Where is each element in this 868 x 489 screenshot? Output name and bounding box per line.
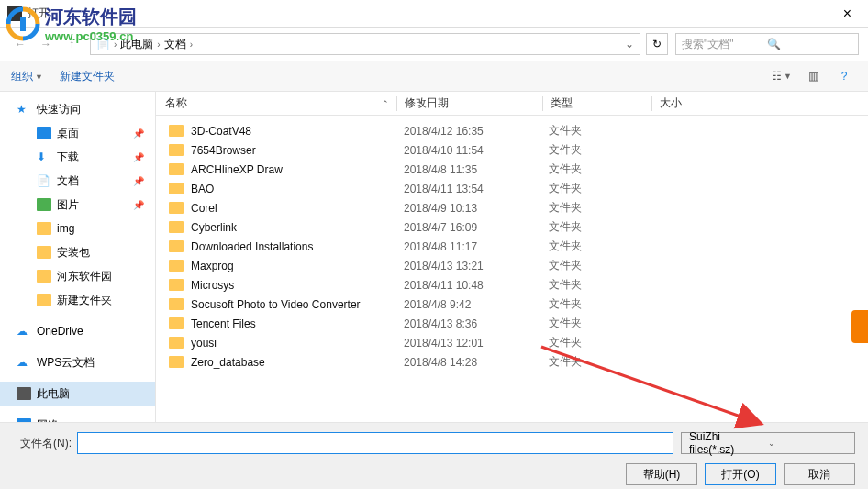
file-type: 文件夹 xyxy=(549,200,650,216)
close-button[interactable]: × xyxy=(827,0,868,28)
organize-button[interactable]: 组织▼ xyxy=(11,69,43,84)
file-list: 3D-CoatV482018/4/12 16:35文件夹7654Browser2… xyxy=(156,116,868,372)
file-name: Cyberlink xyxy=(191,221,404,234)
sidebar-item-folder[interactable]: img xyxy=(0,217,155,240)
file-row[interactable]: Downloaded Installations2018/4/8 11:17文件… xyxy=(156,237,868,256)
help-button[interactable]: 帮助(H) xyxy=(626,463,697,485)
sidebar-item-documents[interactable]: 📄文档📌 xyxy=(0,169,155,193)
folder-icon xyxy=(169,298,184,310)
breadcrumb-dropdown-icon[interactable]: ⌄ xyxy=(625,38,634,50)
folder-icon xyxy=(169,317,184,329)
folder-icon xyxy=(169,163,184,175)
chevron-right-icon: › xyxy=(114,39,117,50)
refresh-button[interactable]: ↻ xyxy=(646,33,668,55)
open-button[interactable]: 打开(O) xyxy=(705,463,776,485)
nav-back-button[interactable]: ← xyxy=(9,33,31,55)
file-date: 2018/4/11 13:54 xyxy=(404,183,549,195)
filename-input[interactable] xyxy=(77,432,673,454)
folder-icon xyxy=(37,246,51,259)
network-icon xyxy=(17,418,31,422)
computer-icon xyxy=(17,387,31,400)
file-date: 2018/4/9 10:13 xyxy=(404,202,549,215)
sidebar-item-desktop[interactable]: 桌面📌 xyxy=(0,121,155,145)
nav-forward-button[interactable]: → xyxy=(35,33,57,55)
file-row[interactable]: Socusoft Photo to Video Converter2018/4/… xyxy=(156,295,868,314)
sidebar-item-folder[interactable]: 新建文件夹 xyxy=(0,288,155,312)
sidebar-item-downloads[interactable]: ⬇下载📌 xyxy=(0,145,155,169)
file-row[interactable]: Tencent Files2018/4/13 8:36文件夹 xyxy=(156,314,868,333)
preview-pane-button[interactable]: ▥ xyxy=(800,66,826,86)
chevron-down-icon: ▼ xyxy=(35,72,43,82)
file-type: 文件夹 xyxy=(549,161,650,177)
search-input[interactable]: 搜索"文档" 🔍 xyxy=(675,33,859,55)
file-row[interactable]: 7654Browser2018/4/10 11:54文件夹 xyxy=(156,140,868,160)
file-name: Socusoft Photo to Video Converter xyxy=(191,298,404,311)
sidebar-this-pc[interactable]: 此电脑 xyxy=(0,382,155,406)
file-name: ARCHlineXP Draw xyxy=(191,163,404,176)
folder-icon xyxy=(37,270,51,283)
file-row[interactable]: Zero_database2018/4/8 14:28文件夹 xyxy=(156,352,868,372)
sidebar-wps[interactable]: ☁WPS云文档 xyxy=(0,350,155,374)
pictures-icon xyxy=(37,198,51,211)
folder-icon xyxy=(37,294,51,306)
file-row[interactable]: BAO2018/4/11 13:54文件夹 xyxy=(156,179,868,198)
dialog-footer: 文件名(N): SuiZhi files(*.sz) ⌄ 帮助(H) 打开(O)… xyxy=(0,422,868,489)
sidebar-network[interactable]: 网络 xyxy=(0,413,155,422)
column-name[interactable]: 名称⌃ xyxy=(165,95,396,111)
breadcrumb[interactable]: 📄 › 此电脑 › 文档 › ⌄ xyxy=(90,33,640,55)
file-row[interactable]: Maxprog2018/4/13 13:21文件夹 xyxy=(156,256,868,275)
pin-icon: 📌 xyxy=(133,152,144,162)
address-bar: ← → ↑ 📄 › 此电脑 › 文档 › ⌄ ↻ 搜索"文档" 🔍 xyxy=(0,28,868,61)
folder-icon xyxy=(169,183,184,194)
view-mode-button[interactable]: ☷▼ xyxy=(769,66,795,86)
file-row[interactable]: Microsys2018/4/11 10:48文件夹 xyxy=(156,275,868,295)
file-row[interactable]: Cyberlink2018/4/7 16:09文件夹 xyxy=(156,217,868,237)
breadcrumb-root-icon: 📄 xyxy=(96,38,110,50)
window-titlebar: 打开 × xyxy=(0,0,868,28)
column-date[interactable]: 修改日期 xyxy=(405,95,542,111)
new-folder-button[interactable]: 新建文件夹 xyxy=(60,69,115,84)
star-icon: ★ xyxy=(17,103,31,116)
file-type: 文件夹 xyxy=(549,277,650,293)
file-date: 2018/4/8 9:42 xyxy=(404,298,549,311)
file-date: 2018/4/11 10:48 xyxy=(404,279,549,292)
folder-icon xyxy=(169,144,184,156)
filetype-select[interactable]: SuiZhi files(*.sz) ⌄ xyxy=(681,432,855,454)
breadcrumb-item[interactable]: 文档 xyxy=(164,37,186,52)
file-row[interactable]: ARCHlineXP Draw2018/4/8 11:35文件夹 xyxy=(156,160,868,179)
sidebar-item-folder[interactable]: 安装包 xyxy=(0,240,155,264)
file-name: Maxprog xyxy=(191,260,404,272)
column-type[interactable]: 类型 xyxy=(551,95,651,111)
file-type: 文件夹 xyxy=(549,219,650,235)
file-type: 文件夹 xyxy=(549,258,650,273)
file-date: 2018/4/12 16:35 xyxy=(404,125,549,138)
sidebar-quick-access[interactable]: ★ 快速访问 xyxy=(0,97,155,121)
chevron-right-icon: › xyxy=(157,39,160,50)
file-date: 2018/4/8 11:35 xyxy=(404,163,549,176)
file-type: 文件夹 xyxy=(549,296,650,312)
pin-icon: 📌 xyxy=(133,128,144,139)
file-date: 2018/4/7 16:09 xyxy=(404,221,549,234)
nav-up-button[interactable]: ↑ xyxy=(61,33,83,55)
chevron-right-icon: › xyxy=(190,39,193,50)
breadcrumb-item[interactable]: 此电脑 xyxy=(120,37,153,52)
sidebar-onedrive[interactable]: ☁OneDrive xyxy=(0,319,155,343)
file-row[interactable]: Corel2018/4/9 10:13文件夹 xyxy=(156,198,868,217)
file-row[interactable]: yousi2018/4/13 12:01文件夹 xyxy=(156,333,868,352)
file-name: Downloaded Installations xyxy=(191,240,404,253)
folder-icon xyxy=(169,356,184,368)
file-date: 2018/4/8 14:28 xyxy=(404,356,549,369)
file-date: 2018/4/10 11:54 xyxy=(404,144,549,157)
file-name: Corel xyxy=(191,202,404,215)
cancel-button[interactable]: 取消 xyxy=(784,463,855,485)
file-row[interactable]: 3D-CoatV482018/4/12 16:35文件夹 xyxy=(156,121,868,140)
search-placeholder: 搜索"文档" xyxy=(682,37,767,52)
sidebar-item-folder[interactable]: 河东软件园 xyxy=(0,264,155,288)
help-button[interactable]: ? xyxy=(831,66,857,86)
pin-icon: 📌 xyxy=(133,200,144,210)
sidebar-item-pictures[interactable]: 图片📌 xyxy=(0,193,155,217)
toolbar: 组织▼ 新建文件夹 ☷▼ ▥ ? xyxy=(0,61,868,92)
cloud-icon: ☁ xyxy=(17,325,31,338)
file-name: 3D-CoatV48 xyxy=(191,125,404,138)
column-size[interactable]: 大小 xyxy=(660,95,733,111)
